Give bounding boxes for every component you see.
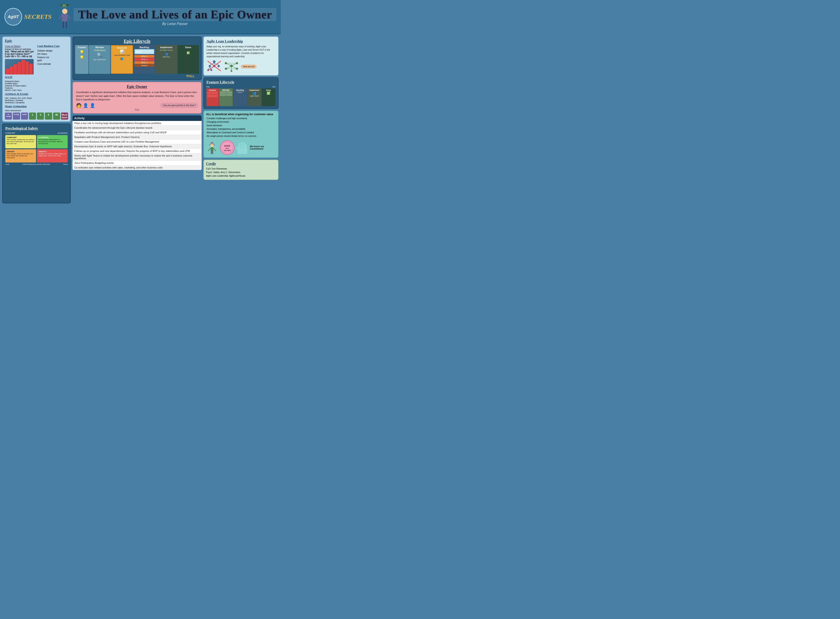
done-icon: ✅ bbox=[187, 51, 190, 54]
svg-rect-5 bbox=[62, 14, 68, 22]
cost-delay-question: Ask: "What will we NOT get if we don't d… bbox=[5, 51, 36, 55]
est-card-invite: invite bbox=[21, 112, 28, 120]
magic-estimation-section: Magic Estimation Value assessment to sma… bbox=[5, 105, 68, 120]
implement-col: Implement (via agile teams) 👥 MVP first bbox=[155, 45, 177, 74]
feature-backlog-col: Backlog WSJF bbox=[233, 88, 247, 106]
est-card-3: 3 bbox=[37, 112, 44, 120]
activity-cell-4: Creates Lean Business Case and presents … bbox=[73, 139, 202, 144]
epic-title: Epic bbox=[5, 39, 68, 43]
here-you-are-badge: Here you are bbox=[241, 65, 256, 68]
apathy-title: APATHY bbox=[7, 151, 35, 153]
bar-4 bbox=[18, 62, 21, 75]
hierarchy-diagram bbox=[206, 60, 222, 73]
credit-item-1: Psych. Safety: Amy C. Edmondson bbox=[206, 170, 276, 174]
epic-lifecycle-card: Epic Lifecycle Funnel 💡 💡 Review Underst… bbox=[73, 36, 202, 80]
analysis-lbc: Lean Business Case bbox=[114, 54, 130, 56]
refine-2 bbox=[226, 91, 232, 94]
feature-implement-col: Implement 👥 Agile team bbox=[248, 88, 261, 106]
comfort-learning-labels: COMFORT LEARNING bbox=[5, 132, 68, 134]
feature-roles: PM PO bbox=[206, 86, 275, 88]
feature-done-icon: ✅ bbox=[267, 91, 271, 95]
logo: AgiliT bbox=[4, 8, 22, 25]
activity-header: Activity bbox=[73, 115, 202, 121]
lbc-item-1: EH Vision bbox=[37, 52, 68, 56]
feature-lifecycle-cols: Feature REFINE Backlog WSJF bbox=[206, 88, 275, 106]
wsjf-item-3: Features bbox=[5, 87, 68, 89]
analysis-header: Analysis bbox=[117, 46, 127, 49]
left-column: Epic Cost of Delay Impact of time on out… bbox=[2, 36, 71, 203]
feature-item-1 bbox=[207, 91, 218, 94]
credit-item-0: CoD: Don Reinertsen bbox=[206, 167, 276, 170]
backlog-col: Backlog WSJF EPIC b EPIC a EPIC c Featur… bbox=[133, 45, 155, 74]
all-values-circle: MORE ALL VALUES bbox=[220, 140, 235, 155]
cost-delay-formula: CoD= BV + TC + RR or OE bbox=[5, 55, 36, 58]
activity-row-8: Joins Participatory Budgeting events bbox=[73, 160, 202, 165]
implement-sub: (via agile teams) bbox=[160, 49, 173, 51]
lbc-item-4: Cost estimate bbox=[37, 62, 68, 66]
epic-owner-character: 🧑 bbox=[76, 103, 82, 108]
refine-1 bbox=[220, 91, 226, 94]
activity-row-6: Follows up on progress and new dependenc… bbox=[73, 148, 202, 153]
apathy-cell: APATHY Here people show up at work, but … bbox=[5, 149, 36, 163]
activity-section: Activity Plays a key role in moving larg… bbox=[73, 115, 202, 203]
agile-lean-card: Agile Lean Leadership Adapt your org. to… bbox=[203, 36, 278, 76]
activity-cell-6: Follows up on progress and new dependenc… bbox=[73, 148, 202, 153]
pm-label: PM bbox=[206, 86, 209, 88]
lbc-title: Lean Business Case bbox=[37, 45, 68, 48]
review-icon: 🔍 bbox=[97, 52, 102, 58]
wsjf-items: Enterprize Epics Portfolio Epics Network… bbox=[5, 80, 68, 91]
svg-point-11 bbox=[209, 65, 211, 67]
review-col: Review Understand 🔍 Epic Hypothesis bbox=[89, 45, 110, 74]
epic-left-content: Cost of Delay Impact of time on outcome.… bbox=[5, 45, 36, 75]
est-card-big: to big bbox=[13, 112, 20, 120]
epic-b-box: EPIC b bbox=[135, 55, 154, 58]
main-content: Epic Cost of Delay Impact of time on out… bbox=[0, 34, 281, 206]
secrets-text: SECRETS bbox=[24, 13, 51, 20]
activity-row-4: Creates Lean Business Case and presents … bbox=[73, 139, 202, 144]
svg-line-42 bbox=[213, 148, 216, 151]
funnel-col: Funnel 💡 💡 bbox=[75, 45, 88, 74]
svg-line-19 bbox=[208, 67, 210, 69]
cost-delay-title: Cost of Delay bbox=[5, 45, 36, 48]
svg-rect-53 bbox=[244, 142, 245, 150]
wsjf-section: WSJF Enterprize Epics Portfolio Epics Ne… bbox=[5, 75, 68, 91]
lbc-item-2: Feature List bbox=[37, 56, 68, 59]
review-understand: Understand bbox=[94, 49, 105, 51]
lbc-items: Solution design EH Vision Feature List M… bbox=[37, 49, 68, 66]
anxiety-title: ANXIETY bbox=[38, 151, 66, 153]
lbc-item-0: Solution design bbox=[37, 49, 68, 52]
all-values-list: -Complex challenges and high uncertainty… bbox=[206, 117, 276, 138]
psych-axes: COMFORT LEARNING bbox=[5, 132, 68, 134]
svg-point-15 bbox=[211, 69, 212, 71]
lifecycle-title: Epic Lifecycle bbox=[75, 39, 199, 44]
activity-row-1: Coordinates the advancement through the … bbox=[73, 126, 202, 130]
pm-icon: 👤 bbox=[83, 103, 88, 108]
psych-grid: COMFORT Here people collaborate but with… bbox=[5, 135, 68, 163]
perf-high: HIGH bbox=[63, 163, 68, 165]
activity-row-0: Plays a key role in moving large develop… bbox=[73, 121, 202, 126]
svg-line-41 bbox=[208, 148, 211, 151]
funnel-header: Funnel bbox=[78, 46, 86, 49]
epic-top-section: Cost of Delay Impact of time on outcome.… bbox=[5, 45, 68, 75]
mvp-first: MVP first bbox=[163, 56, 170, 58]
agile-team-label: Agile team bbox=[250, 95, 259, 97]
activity-cell-8: Joins Participatory Budgeting events bbox=[73, 160, 202, 165]
epic-a-box: EPIC a bbox=[135, 58, 154, 61]
anxiety-cell: ANXIETY People are afraid to share ideas… bbox=[37, 149, 68, 163]
lifecycle-table: Funnel 💡 💡 Review Understand 🔍 Epic Hypo… bbox=[75, 45, 199, 74]
lbc-item-3: MVP bbox=[37, 59, 68, 62]
svg-point-10 bbox=[213, 60, 215, 63]
header: AgiliT SECRETS EPIC OWNER The Love and L… bbox=[0, 0, 281, 34]
activity-cell-5: Decomposes Epic & works on MVP with agil… bbox=[73, 144, 202, 148]
analysis-icon: 📊 bbox=[120, 49, 124, 54]
implement-icon: 👥 bbox=[165, 52, 168, 55]
svg-rect-52 bbox=[241, 142, 243, 150]
svg-text:OWNER: OWNER bbox=[62, 6, 67, 7]
po-icon: 👤 bbox=[90, 103, 95, 108]
svg-text:ALL: ALL bbox=[226, 147, 229, 149]
lbc-content: Lean Business Case Solution design EH Vi… bbox=[37, 45, 68, 75]
feature-tag: Feature bbox=[135, 64, 154, 67]
est-card-1: 1 bbox=[29, 112, 36, 120]
activity-cell-0: Plays a key role in moving large develop… bbox=[73, 121, 202, 126]
svg-text:VALUES: VALUES bbox=[224, 150, 231, 151]
